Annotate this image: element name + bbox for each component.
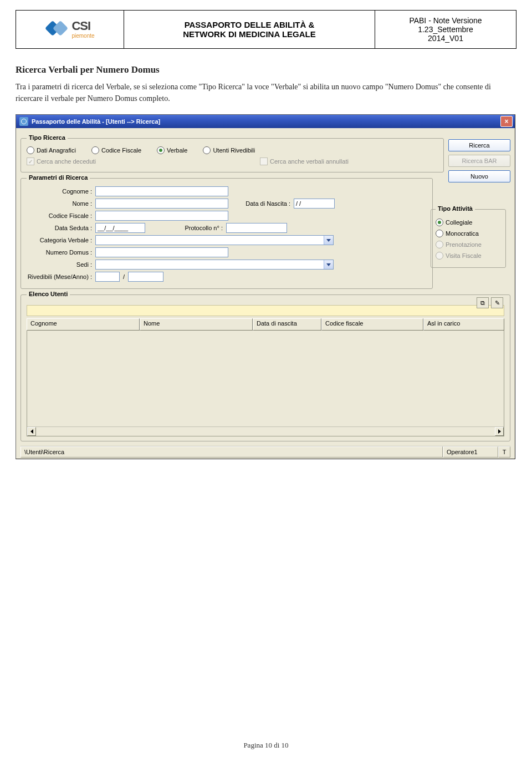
status-user: Operatore1 (443, 446, 498, 458)
status-flag: T (498, 446, 510, 458)
tipo-ricerca-legend: Tipo Ricerca (27, 134, 68, 141)
protocollo-input[interactable] (226, 223, 287, 233)
close-icon[interactable]: × (500, 116, 513, 127)
status-bar: \Utenti\Ricerca Operatore1 T (21, 446, 510, 458)
check-annullati: Cerca anche verbali annullati (260, 158, 349, 165)
ricerca-button[interactable]: Ricerca (448, 139, 510, 151)
elenco-fieldset: Elenco Utenti ⧉ ✎ Cognome Nome Data di n… (21, 294, 510, 441)
header-logo-cell: CSI piemonte (16, 11, 124, 48)
csi-logo: CSI piemonte (45, 19, 94, 39)
tipo-ricerca-fieldset: Tipo Ricerca Dati Anagrafici Codice Fisc… (21, 138, 444, 172)
radio-utenti-rivedibili[interactable]: Utenti Rivedibili (203, 146, 255, 154)
elenco-tool-icon-2[interactable]: ✎ (491, 297, 503, 308)
data-seduta-input[interactable]: __/__/____ (95, 223, 145, 233)
titlebar[interactable]: Passaporto delle Abilità - [Utenti --> R… (16, 115, 515, 128)
header-meta-line1: PABI - Note Versione (409, 16, 482, 25)
radio-prenotazione: Prenotazione (436, 241, 501, 248)
cod-fisc-input[interactable] (95, 211, 228, 221)
sedi-label: Sedi : (27, 261, 95, 268)
scroll-right-icon[interactable] (495, 427, 504, 436)
elenco-tool-icon-1[interactable]: ⧉ (477, 297, 489, 308)
col-cognome[interactable]: Cognome (27, 318, 140, 331)
nome-input[interactable] (95, 199, 228, 209)
numero-domus-label: Numero Domus : (27, 249, 95, 256)
tipo-attivita-legend: Tipo Attività (436, 205, 475, 212)
logo-mark (45, 19, 68, 39)
app-window: Passaporto delle Abilità - [Utenti --> R… (16, 114, 515, 459)
cognome-input[interactable] (95, 186, 228, 196)
elenco-legend: Elenco Utenti (27, 291, 70, 297)
horizontal-scrollbar[interactable] (27, 426, 504, 436)
cognome-label: Cognome : (27, 188, 95, 195)
tipo-attivita-fieldset: Tipo Attività Collegiale Monocratica Pre… (431, 209, 506, 268)
check-deceduti: Cerca anche deceduti (27, 158, 96, 165)
data-nascita-input[interactable]: / / (294, 199, 335, 209)
section-body: Tra i parametri di ricerca del Verbale, … (16, 81, 516, 104)
radio-collegiale[interactable]: Collegiale (436, 219, 501, 226)
page-footer: Pagina 10 di 10 (0, 741, 532, 750)
protocollo-label: Protocollo n° : (167, 225, 226, 231)
parametri-legend: Parametri di Ricerca (27, 174, 90, 181)
col-nome[interactable]: Nome (140, 318, 253, 331)
ricerca-bar-button: Ricerca BAR (448, 155, 510, 167)
app-icon (19, 117, 28, 126)
header-meta-cell: PABI - Note Versione 1.23_Settembre 2014… (375, 11, 516, 48)
sedi-combo[interactable] (95, 260, 334, 270)
data-nascita-label: Data di Nascita : (235, 200, 294, 207)
header-title-line2: NETWORK DI MEDICINA LEGALE (183, 29, 315, 39)
col-asl[interactable]: Asl in carico (423, 318, 504, 331)
nome-label: Nome : (27, 200, 95, 207)
radio-verbale[interactable]: Verbale (157, 146, 187, 154)
elenco-selection-bar (27, 305, 504, 316)
cat-verbale-label: Categoria Verbale : (27, 237, 95, 243)
logo-text-piemonte: piemonte (71, 33, 94, 39)
section-title: Ricerca Verbali per Numero Domus (16, 64, 516, 75)
side-buttons: Ricerca Ricerca BAR Nuovo (448, 139, 506, 182)
scroll-left-icon[interactable] (27, 427, 36, 436)
elenco-header-row: Cognome Nome Data di nascita Codice fisc… (27, 318, 504, 331)
header-meta-line2: 1.23_Settembre (418, 25, 473, 34)
col-codice-fiscale[interactable]: Codice fiscale (321, 318, 423, 331)
radio-codice-fiscale[interactable]: Codice Fiscale (91, 146, 141, 154)
cod-fisc-label: Codice Fiscale : (27, 212, 95, 219)
radio-dati-anagrafici[interactable]: Dati Anagrafici (27, 146, 76, 154)
titlebar-text: Passaporto delle Abilità - [Utenti --> R… (32, 118, 500, 125)
col-data-nascita[interactable]: Data di nascita (253, 318, 321, 331)
data-seduta-label: Data Seduta : (27, 225, 95, 231)
cat-verbale-combo[interactable] (95, 235, 334, 245)
document-header: CSI piemonte PASSAPORTO DELLE ABILITÀ & … (16, 10, 516, 49)
rivedibili-label: Rivedibili (Mese/Anno) : (27, 273, 95, 280)
header-title-line1: PASSAPORTO DELLE ABILITÀ & (185, 20, 315, 29)
nuovo-button[interactable]: Nuovo (448, 170, 510, 182)
parametri-fieldset: Parametri di Ricerca Cognome : Nome : Da… (21, 178, 433, 289)
rivedibili-slash: / (120, 273, 128, 280)
logo-text-csi: CSI (71, 20, 94, 32)
radio-visita-fiscale: Visita Fiscale (436, 252, 501, 260)
rivedibili-anno-input[interactable] (128, 272, 163, 282)
header-title-cell: PASSAPORTO DELLE ABILITÀ & NETWORK DI ME… (124, 11, 375, 48)
status-path: \Utenti\Ricerca (21, 446, 443, 458)
radio-monocratica[interactable]: Monocratica (436, 230, 501, 237)
rivedibili-mese-input[interactable] (95, 272, 120, 282)
elenco-grid[interactable] (27, 331, 504, 436)
header-meta-line3: 2014_V01 (428, 34, 463, 43)
numero-domus-input[interactable] (95, 247, 228, 257)
